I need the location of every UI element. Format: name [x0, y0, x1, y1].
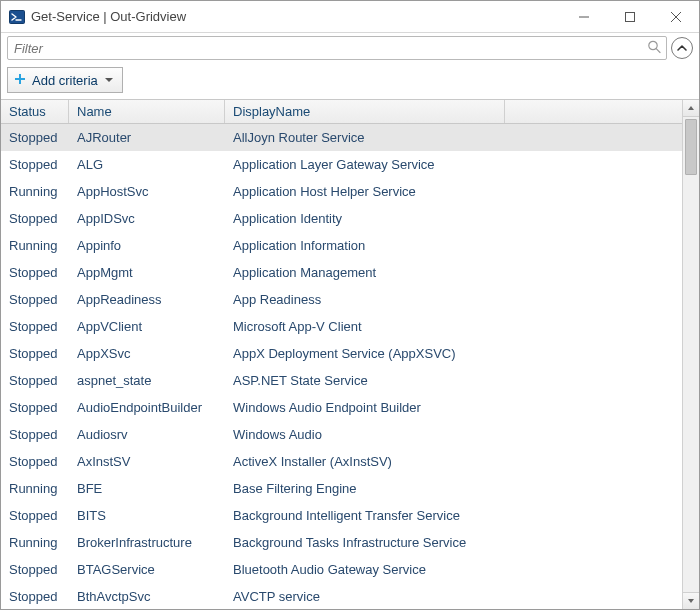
cell-status: Stopped: [1, 130, 69, 145]
cell-displayname: Application Management: [225, 265, 682, 280]
table-row[interactable]: StoppedBthAvctpSvcAVCTP service: [1, 583, 682, 609]
table-row[interactable]: StoppedAppMgmtApplication Management: [1, 259, 682, 286]
cell-name: BTAGService: [69, 562, 225, 577]
add-criteria-button[interactable]: Add criteria: [7, 67, 123, 93]
cell-displayname: Background Tasks Infrastructure Service: [225, 535, 682, 550]
cell-name: BFE: [69, 481, 225, 496]
add-criteria-label: Add criteria: [32, 73, 98, 88]
window: Get-Service | Out-Gridview Add cr: [0, 0, 700, 610]
cell-name: AppReadiness: [69, 292, 225, 307]
grid-body: StoppedAJRouterAllJoyn Router ServiceSto…: [1, 124, 682, 609]
cell-name: Audiosrv: [69, 427, 225, 442]
cell-displayname: Application Identity: [225, 211, 682, 226]
cell-status: Stopped: [1, 157, 69, 172]
cell-name: AppHostSvc: [69, 184, 225, 199]
cell-status: Stopped: [1, 265, 69, 280]
table-row[interactable]: StoppedAudioEndpointBuilderWindows Audio…: [1, 394, 682, 421]
cell-displayname: Background Intelligent Transfer Service: [225, 508, 682, 523]
cell-name: AxInstSV: [69, 454, 225, 469]
filter-input[interactable]: [7, 36, 667, 60]
cell-name: AppMgmt: [69, 265, 225, 280]
cell-name: BrokerInfrastructure: [69, 535, 225, 550]
cell-displayname: Windows Audio Endpoint Builder: [225, 400, 682, 415]
vertical-scrollbar[interactable]: [682, 100, 699, 609]
cell-status: Stopped: [1, 346, 69, 361]
table-row[interactable]: StoppedAJRouterAllJoyn Router Service: [1, 124, 682, 151]
criteria-bar: Add criteria: [1, 63, 699, 99]
cell-displayname: AVCTP service: [225, 589, 682, 604]
table-row[interactable]: Stoppedaspnet_stateASP.NET State Service: [1, 367, 682, 394]
window-title: Get-Service | Out-Gridview: [31, 9, 186, 24]
column-header-spacer: [505, 100, 682, 123]
table-row[interactable]: RunningAppinfoApplication Information: [1, 232, 682, 259]
cell-status: Running: [1, 184, 69, 199]
scroll-track[interactable]: [683, 117, 699, 592]
cell-status: Stopped: [1, 508, 69, 523]
cell-displayname: AppX Deployment Service (AppXSVC): [225, 346, 682, 361]
cell-status: Running: [1, 535, 69, 550]
cell-displayname: ASP.NET State Service: [225, 373, 682, 388]
table-row[interactable]: StoppedAppXSvcAppX Deployment Service (A…: [1, 340, 682, 367]
table-row[interactable]: StoppedAudiosrvWindows Audio: [1, 421, 682, 448]
cell-status: Running: [1, 238, 69, 253]
cell-status: Running: [1, 481, 69, 496]
cell-displayname: Base Filtering Engine: [225, 481, 682, 496]
cell-name: AJRouter: [69, 130, 225, 145]
column-header-name[interactable]: Name: [69, 100, 225, 123]
scroll-down-arrow[interactable]: [683, 592, 699, 609]
cell-displayname: AllJoyn Router Service: [225, 130, 682, 145]
maximize-button[interactable]: [607, 1, 653, 33]
grid-header: Status Name DisplayName: [1, 100, 682, 124]
cell-name: AudioEndpointBuilder: [69, 400, 225, 415]
cell-displayname: Application Host Helper Service: [225, 184, 682, 199]
powershell-icon: [9, 9, 25, 25]
table-row[interactable]: StoppedALGApplication Layer Gateway Serv…: [1, 151, 682, 178]
column-header-displayname[interactable]: DisplayName: [225, 100, 505, 123]
close-button[interactable]: [653, 1, 699, 33]
column-header-status[interactable]: Status: [1, 100, 69, 123]
table-row[interactable]: StoppedBTAGServiceBluetooth Audio Gatewa…: [1, 556, 682, 583]
table-row[interactable]: StoppedAppVClientMicrosoft App-V Client: [1, 313, 682, 340]
cell-name: AppXSvc: [69, 346, 225, 361]
cell-name: aspnet_state: [69, 373, 225, 388]
table-row[interactable]: StoppedAppReadinessApp Readiness: [1, 286, 682, 313]
grid-wrap: Status Name DisplayName StoppedAJRouterA…: [1, 99, 699, 609]
titlebar: Get-Service | Out-Gridview: [1, 1, 699, 33]
scroll-thumb[interactable]: [685, 119, 697, 175]
cell-displayname: Application Information: [225, 238, 682, 253]
cell-name: BITS: [69, 508, 225, 523]
chevron-down-icon: [104, 73, 114, 88]
filter-bar: [1, 33, 699, 63]
cell-status: Stopped: [1, 319, 69, 334]
table-row[interactable]: RunningBFEBase Filtering Engine: [1, 475, 682, 502]
table-row[interactable]: StoppedAppIDSvcApplication Identity: [1, 205, 682, 232]
cell-status: Stopped: [1, 589, 69, 604]
table-row[interactable]: RunningBrokerInfrastructureBackground Ta…: [1, 529, 682, 556]
cell-status: Stopped: [1, 292, 69, 307]
cell-displayname: Bluetooth Audio Gateway Service: [225, 562, 682, 577]
cell-status: Stopped: [1, 454, 69, 469]
cell-status: Stopped: [1, 373, 69, 388]
cell-displayname: Windows Audio: [225, 427, 682, 442]
svg-rect-3: [626, 12, 635, 21]
cell-displayname: App Readiness: [225, 292, 682, 307]
cell-status: Stopped: [1, 427, 69, 442]
cell-displayname: ActiveX Installer (AxInstSV): [225, 454, 682, 469]
table-row[interactable]: RunningAppHostSvcApplication Host Helper…: [1, 178, 682, 205]
plus-icon: [14, 73, 26, 88]
table-row[interactable]: StoppedAxInstSVActiveX Installer (AxInst…: [1, 448, 682, 475]
cell-name: AppIDSvc: [69, 211, 225, 226]
svg-rect-0: [10, 10, 25, 23]
filter-input-wrap: [7, 36, 667, 60]
cell-name: ALG: [69, 157, 225, 172]
cell-name: Appinfo: [69, 238, 225, 253]
cell-status: Stopped: [1, 400, 69, 415]
scroll-up-arrow[interactable]: [683, 100, 699, 117]
cell-name: AppVClient: [69, 319, 225, 334]
collapse-toggle[interactable]: [671, 37, 693, 59]
cell-status: Stopped: [1, 211, 69, 226]
table-row[interactable]: StoppedBITSBackground Intelligent Transf…: [1, 502, 682, 529]
cell-displayname: Application Layer Gateway Service: [225, 157, 682, 172]
minimize-button[interactable]: [561, 1, 607, 33]
grid: Status Name DisplayName StoppedAJRouterA…: [1, 100, 682, 609]
